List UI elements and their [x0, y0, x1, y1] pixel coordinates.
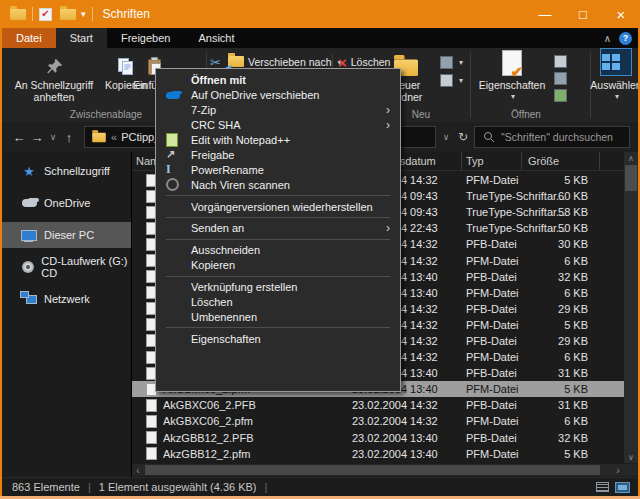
- pin-to-quick-access-button[interactable]: An Schnellzugriffanheften: [10, 50, 98, 108]
- search-icon: [483, 131, 495, 143]
- maximize-button[interactable]: □: [564, 0, 602, 28]
- address-chevrons[interactable]: «: [111, 131, 117, 143]
- collapse-ribbon-icon[interactable]: ∧: [604, 33, 611, 44]
- properties-button[interactable]: Eigenschaften ▾: [474, 50, 550, 108]
- back-icon[interactable]: ←: [10, 130, 28, 145]
- sidebar-item-label: CD-Laufwerk (G:) CD: [41, 255, 131, 279]
- forward-icon[interactable]: →: [28, 130, 46, 145]
- context-menu-item[interactable]: CRC SHA ›: [156, 118, 400, 133]
- context-menu-item[interactable]: Öffnen mit ›: [156, 73, 400, 88]
- file-size: 50 KB: [522, 222, 600, 234]
- powerrename-icon: [166, 162, 188, 177]
- tab-freigeben[interactable]: Freigeben: [107, 28, 185, 48]
- file-type: PFB-Datei: [462, 335, 522, 347]
- file-size: 32 KB: [522, 271, 600, 283]
- menu-separator: [166, 217, 390, 218]
- file-type: PFM-Datei: [462, 448, 522, 460]
- file-type: PFM-Datei: [462, 255, 522, 267]
- file-name: AkGBXC06_2.pfm: [163, 415, 348, 427]
- open-icon: [554, 72, 567, 85]
- qat-customize-icon[interactable]: ▾: [81, 9, 86, 19]
- virusscan-icon: [166, 178, 188, 191]
- pin-label: An Schnellzugriffanheften: [15, 79, 94, 103]
- share-icon: [166, 148, 188, 161]
- context-menu-item[interactable]: Ausschneiden ›: [156, 243, 400, 258]
- file-type: PFB-Datei: [462, 367, 522, 379]
- sidebar-item[interactable]: OneDrive: [2, 190, 131, 216]
- pin-icon: [45, 52, 63, 76]
- item-count: 863 Elemente: [12, 481, 80, 493]
- file-row[interactable]: AkzGBB12_2.pfm 23.02.2004 13:40 PFM-Date…: [132, 446, 624, 462]
- context-menu: Öffnen mit › Auf OneDrive verschieben › …: [155, 68, 401, 392]
- sidebar-item[interactable]: Schnellzugriff: [2, 158, 131, 184]
- horizontal-scrollbar-thumb[interactable]: [145, 465, 600, 475]
- context-menu-item[interactable]: Edit with Notepad++ ›: [156, 133, 400, 148]
- context-menu-item[interactable]: Verknüpfung erstellen ›: [156, 280, 400, 295]
- qat-properties-icon[interactable]: ✔: [39, 8, 52, 21]
- minimize-button[interactable]: —: [526, 0, 564, 28]
- context-menu-item[interactable]: Auf OneDrive verschieben ›: [156, 88, 400, 103]
- context-menu-item[interactable]: PowerRename ›: [156, 162, 400, 177]
- thumbnails-view-icon[interactable]: [615, 482, 630, 493]
- context-menu-item[interactable]: Kopieren ›: [156, 258, 400, 273]
- history-button[interactable]: [554, 85, 567, 105]
- file-name: AkGBXC06_2.PFB: [163, 399, 348, 411]
- tab-ansicht[interactable]: Ansicht: [184, 28, 248, 48]
- context-menu-item[interactable]: Eigenschaften ›: [156, 331, 400, 346]
- file-row[interactable]: AkGBXC06_2.PFB 23.02.2004 14:32 PFB-Date…: [132, 397, 624, 413]
- easy-access-button[interactable]: ▾: [440, 70, 463, 90]
- file-type: PFM-Datei: [462, 415, 522, 427]
- submenu-arrow-icon: ›: [386, 103, 390, 117]
- context-menu-item[interactable]: Umbenennen ›: [156, 309, 400, 324]
- select-grid-icon: [600, 52, 632, 76]
- sidebar-item[interactable]: Dieser PC: [2, 222, 131, 248]
- select-button[interactable]: Auswählen ▾: [594, 50, 638, 108]
- submenu-arrow-icon: ›: [386, 221, 390, 235]
- vertical-scrollbar-thumb[interactable]: [625, 165, 637, 191]
- search-box[interactable]: "Schriften" durchsuchen: [474, 126, 630, 148]
- column-type[interactable]: Typ: [462, 152, 522, 170]
- context-menu-item-label: Umbenennen: [191, 311, 257, 323]
- qat-new-folder-icon[interactable]: [60, 9, 76, 20]
- context-menu-item-label: Öffnen mit: [191, 74, 246, 86]
- context-menu-item[interactable]: Senden an ›: [156, 221, 400, 236]
- horizontal-scrollbar[interactable]: ‹ ›: [132, 464, 624, 476]
- help-icon[interactable]: ?: [619, 32, 632, 45]
- file-row[interactable]: AkzGBB12_2.PFB 23.02.2004 13:40 PFB-Date…: [132, 430, 624, 446]
- context-menu-item[interactable]: Löschen ›: [156, 295, 400, 310]
- file-type: PFB-Datei: [462, 399, 522, 411]
- column-size[interactable]: Größe: [522, 152, 600, 170]
- new-item-button[interactable]: ▾: [440, 52, 463, 72]
- file-date: 23.02.2004 14:32: [348, 399, 462, 411]
- tab-start[interactable]: Start: [56, 28, 107, 48]
- context-menu-item[interactable]: Vorgängerversionen wiederherstellen ›: [156, 199, 400, 214]
- close-button[interactable]: ×: [602, 0, 640, 28]
- context-menu-item[interactable]: Freigabe ›: [156, 147, 400, 162]
- ribbon-separator: [470, 52, 471, 118]
- scroll-left-icon[interactable]: ‹: [132, 464, 144, 476]
- sidebar-item[interactable]: Netzwerk: [2, 286, 131, 312]
- sidebar-item[interactable]: CD-Laufwerk (G:) CD: [2, 254, 131, 280]
- file-type: PFM-Datei: [462, 351, 522, 363]
- details-view-icon[interactable]: [596, 482, 609, 492]
- vertical-scrollbar[interactable]: ∧ ∨: [624, 152, 638, 463]
- window-title: Schriften: [103, 7, 150, 21]
- status-bar: 863 Elemente | 1 Element ausgewählt (4.3…: [2, 477, 638, 496]
- select-label: Auswählen: [590, 79, 640, 91]
- navigation-pane: Schnellzugriff OneDrive Dieser PC CD-Lau…: [2, 152, 132, 477]
- context-menu-item[interactable]: Nach Viren scannen ›: [156, 177, 400, 192]
- context-menu-item[interactable]: 7-Zip ›: [156, 103, 400, 118]
- menu-separator: [166, 195, 390, 196]
- file-name: AkzGBB12_2.PFB: [163, 432, 348, 444]
- address-dropdown-icon[interactable]: ∨: [438, 126, 454, 148]
- scroll-up-icon[interactable]: ∧: [624, 152, 638, 164]
- file-size: 5 KB: [522, 319, 600, 331]
- refresh-icon[interactable]: ↻: [454, 126, 472, 148]
- file-row[interactable]: AkGBXC06_2.pfm 23.02.2004 14:32 PFM-Date…: [132, 413, 624, 429]
- recent-locations-icon[interactable]: ∨: [46, 132, 60, 142]
- scroll-right-icon[interactable]: ›: [612, 464, 624, 476]
- scrollbar-corner: [624, 464, 638, 476]
- scroll-down-icon[interactable]: ∨: [624, 451, 638, 463]
- tab-datei[interactable]: Datei: [2, 28, 56, 48]
- up-icon[interactable]: ↑: [60, 130, 78, 145]
